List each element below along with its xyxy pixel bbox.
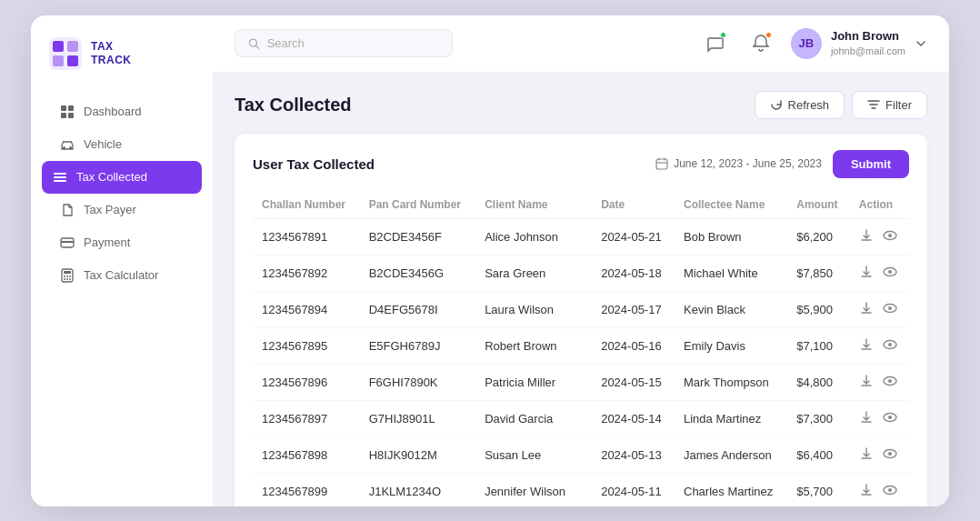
refresh-icon bbox=[770, 98, 783, 111]
message-badge bbox=[720, 32, 726, 38]
svg-rect-4 bbox=[67, 55, 78, 66]
cell-challan: 1234567895 bbox=[253, 327, 360, 364]
col-date: Date bbox=[592, 191, 675, 219]
sidebar-item-vehicle[interactable]: Vehicle bbox=[42, 128, 202, 161]
cell-pan: G7HIJ8901L bbox=[360, 400, 475, 436]
sidebar-item-dashboard[interactable]: Dashboard bbox=[42, 95, 202, 128]
svg-point-22 bbox=[66, 278, 68, 280]
svg-rect-13 bbox=[54, 180, 66, 182]
cell-date: 2024-05-18 bbox=[592, 255, 675, 291]
cell-collectee: Linda Martinez bbox=[675, 400, 787, 436]
messages-button[interactable] bbox=[700, 28, 731, 59]
view-icon[interactable] bbox=[883, 374, 897, 391]
refresh-label: Refresh bbox=[788, 98, 830, 112]
card-title: User Tax Collected bbox=[253, 156, 375, 172]
cell-challan: 1234567891 bbox=[253, 218, 360, 255]
view-icon[interactable] bbox=[883, 446, 897, 464]
cell-challan: 1234567898 bbox=[253, 436, 360, 473]
cell-date: 2024-05-16 bbox=[592, 327, 675, 364]
date-range: June 12, 2023 - June 25, 2023 bbox=[655, 157, 822, 170]
download-icon[interactable] bbox=[859, 337, 874, 355]
submit-button[interactable]: Submit bbox=[833, 150, 909, 178]
sidebar-item-tax-calculator[interactable]: Tax Calculator bbox=[42, 259, 202, 292]
cell-challan: 1234567897 bbox=[253, 400, 360, 436]
svg-rect-2 bbox=[67, 41, 78, 52]
cell-action bbox=[850, 364, 909, 400]
cell-client: Jennifer Wilson bbox=[475, 473, 592, 506]
view-icon[interactable] bbox=[883, 410, 897, 427]
cell-date: 2024-05-13 bbox=[592, 436, 675, 473]
chevron-down-icon bbox=[915, 37, 927, 50]
tax-table: Challan Number Pan Card Number Client Na… bbox=[253, 191, 909, 506]
svg-point-19 bbox=[66, 276, 68, 277]
logo-text: TAX TRACK bbox=[91, 40, 132, 66]
sidebar-item-tax-payer[interactable]: Tax Payer bbox=[42, 194, 202, 226]
search-box[interactable] bbox=[235, 29, 453, 57]
search-input[interactable] bbox=[267, 36, 439, 50]
filter-button[interactable]: Filter bbox=[852, 91, 927, 119]
download-icon[interactable] bbox=[859, 301, 874, 318]
svg-point-33 bbox=[888, 270, 892, 274]
download-icon[interactable] bbox=[859, 483, 874, 500]
user-info: John Brown johnb@mail.com bbox=[831, 29, 905, 57]
cell-client: Susan Lee bbox=[475, 436, 592, 473]
user-email: johnb@mail.com bbox=[831, 45, 905, 57]
refresh-button[interactable]: Refresh bbox=[755, 91, 845, 119]
app-container: TAX TRACK Dashboard Vehicle Tax Collecte… bbox=[31, 15, 949, 506]
cell-collectee: James Anderson bbox=[675, 436, 787, 473]
table-row: 1234567899 J1KLM1234O Jennifer Wilson 20… bbox=[253, 473, 909, 506]
view-icon[interactable] bbox=[883, 228, 897, 245]
notifications-button[interactable] bbox=[745, 28, 776, 59]
cell-amount: $7,850 bbox=[787, 255, 850, 291]
content-area: Tax Collected Refresh Filter User Tax Co… bbox=[213, 73, 949, 506]
table-row: 1234567891 B2CDE3456F Alice Johnson 2024… bbox=[253, 218, 909, 255]
svg-point-39 bbox=[888, 379, 892, 383]
svg-rect-26 bbox=[656, 159, 667, 169]
avatar: JB bbox=[791, 28, 822, 59]
cell-pan: F6GHI7890K bbox=[360, 364, 475, 400]
svg-rect-17 bbox=[64, 271, 71, 274]
sidebar: TAX TRACK Dashboard Vehicle Tax Collecte… bbox=[31, 15, 213, 506]
calendar-icon bbox=[655, 157, 668, 170]
table-row: 1234567895 E5FGH6789J Robert Brown 2024-… bbox=[253, 327, 909, 364]
sidebar-label-payment: Payment bbox=[84, 235, 130, 249]
card-header: User Tax Collected June 12, 2023 - June … bbox=[253, 150, 909, 178]
svg-rect-1 bbox=[53, 41, 64, 52]
sidebar-label-vehicle: Vehicle bbox=[84, 137, 122, 151]
download-icon[interactable] bbox=[859, 265, 874, 282]
download-icon[interactable] bbox=[859, 410, 874, 427]
view-icon[interactable] bbox=[883, 483, 897, 500]
svg-rect-11 bbox=[54, 173, 66, 175]
cell-client: Laura Wilson bbox=[475, 291, 592, 327]
download-icon[interactable] bbox=[859, 374, 874, 391]
sidebar-label-tax-payer: Tax Payer bbox=[84, 203, 136, 216]
cell-action bbox=[850, 473, 909, 506]
view-icon[interactable] bbox=[883, 337, 897, 355]
view-icon[interactable] bbox=[883, 301, 897, 318]
view-icon[interactable] bbox=[883, 265, 897, 282]
cell-collectee: Emily Davis bbox=[675, 327, 787, 364]
sidebar-item-payment[interactable]: Payment bbox=[42, 226, 202, 259]
cell-challan: 1234567892 bbox=[253, 255, 360, 291]
credit-card-icon bbox=[60, 235, 75, 250]
cell-pan: H8IJK9012M bbox=[360, 436, 475, 473]
user-profile[interactable]: JB John Brown johnb@mail.com bbox=[791, 28, 927, 59]
date-range-text: June 12, 2023 - June 25, 2023 bbox=[674, 157, 822, 170]
filter-icon bbox=[867, 98, 880, 111]
cell-amount: $6,400 bbox=[787, 436, 850, 473]
file-icon bbox=[60, 203, 75, 217]
cell-amount: $7,100 bbox=[787, 327, 850, 364]
cell-challan: 1234567896 bbox=[253, 364, 360, 400]
cell-collectee: Kevin Black bbox=[675, 291, 787, 327]
cell-pan: D4EFG5678I bbox=[360, 291, 475, 327]
user-name: John Brown bbox=[831, 29, 905, 45]
download-icon[interactable] bbox=[859, 446, 874, 464]
svg-point-43 bbox=[888, 452, 892, 456]
cell-client: Patricia Miller bbox=[475, 364, 592, 400]
tax-table-card: User Tax Collected June 12, 2023 - June … bbox=[235, 134, 927, 506]
download-icon[interactable] bbox=[859, 228, 874, 245]
page-actions: Refresh Filter bbox=[755, 91, 927, 119]
sidebar-item-tax-collected[interactable]: Tax Collected bbox=[42, 161, 202, 194]
sidebar-label-tax-collected: Tax Collected bbox=[76, 170, 147, 184]
svg-point-35 bbox=[888, 306, 892, 310]
